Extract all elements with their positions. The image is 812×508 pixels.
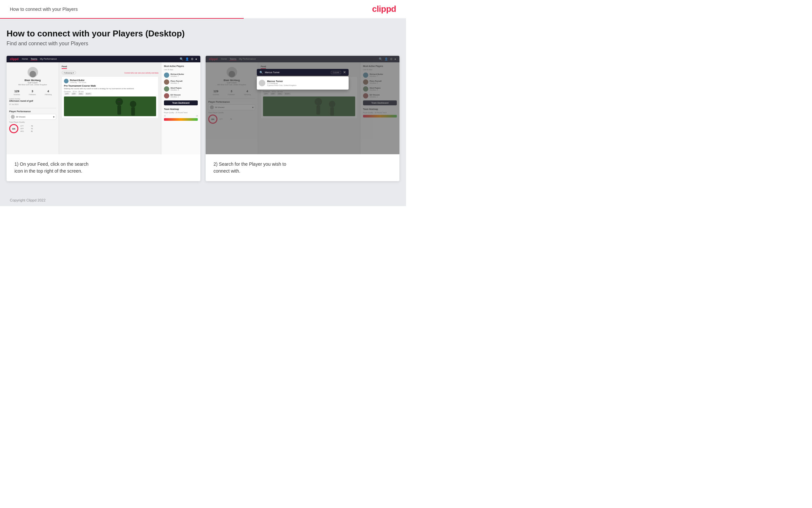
player-avatar-4 <box>164 93 169 98</box>
player-item-4: Eli Vincent Activities: 1 <box>164 93 198 98</box>
tag-arg: ARG <box>78 92 84 95</box>
app-body-1: Blair McHarg Golf Coach Mill Ride Golf C… <box>7 62 200 154</box>
player-select-chevron: ▾ <box>53 116 54 119</box>
player-acts-1: Activities: 7 <box>171 75 184 77</box>
nav-item-home[interactable]: Home <box>22 58 28 60</box>
settings-nav-icon[interactable]: ⚙ <box>191 57 193 61</box>
app-nav-icons: 🔍 👤 ⚙ ● <box>180 57 197 61</box>
stat-activities: 129 Activities <box>13 90 20 96</box>
player-avatar-2 <box>164 79 169 85</box>
search-close-btn[interactable]: ✕ <box>343 70 346 75</box>
team-dashboard-btn[interactable]: Team Dashboard <box>164 100 198 105</box>
top-bar: How to connect with your Players clippd <box>0 0 406 18</box>
tpq-label: Total Player Quality <box>9 121 56 123</box>
panel-1-caption-text: 1) On your Feed, click on the searchicon… <box>14 162 89 174</box>
app-ui-1: clippd Home Teams My Performance 🔍 👤 ⚙ ● <box>7 56 200 154</box>
team-heatmap-title: Team Heatmap <box>164 108 198 110</box>
svg-rect-4 <box>131 107 135 116</box>
app-nav-1: clippd Home Teams My Performance 🔍 👤 ⚙ ● <box>7 56 200 62</box>
activity-tags: OTT APP ARG PUTT <box>64 92 156 95</box>
activity-user-name: Richard Butler <box>70 79 86 81</box>
search-icon: 🔍 <box>259 71 263 74</box>
search-result-avatar <box>259 80 265 86</box>
control-link[interactable]: Control who can see your activity and da… <box>124 72 158 74</box>
app-left-1: Blair McHarg Golf Coach Mill Ride Golf C… <box>7 62 59 154</box>
activity-source: Yesterday · The Grove <box>70 81 86 83</box>
player-select[interactable]: Eli Vincent ▾ <box>9 114 56 120</box>
profile-club: Mill Ride Golf Club, United Kingdom <box>9 84 56 86</box>
svg-rect-2 <box>117 105 121 115</box>
latest-activity-title: Afternoon round of golf <box>9 100 56 102</box>
panel-1: clippd Home Teams My Performance 🔍 👤 ⚙ ● <box>7 56 200 181</box>
nav-item-teams[interactable]: Teams <box>31 58 37 60</box>
user-nav-icon[interactable]: 👤 <box>185 57 189 61</box>
hero-subtitle: Find and connect with your Players <box>7 41 399 47</box>
heatmap-sub: Player Quality - 20 Round Trend <box>164 112 198 114</box>
search-result-club: Cypress Point Club, United Kingdom <box>267 84 296 86</box>
tpq-bars: OTT 79 APP <box>20 125 33 132</box>
search-clear-btn[interactable]: CLEAR <box>331 71 341 74</box>
tpq-bar-app: APP 70 <box>20 128 33 130</box>
player-acts-2: Activities: 4 <box>171 82 182 84</box>
stat-followers: 3 Followers <box>29 90 36 96</box>
screenshot-1: clippd Home Teams My Performance 🔍 👤 ⚙ ● <box>7 56 200 154</box>
search-bar-container: 🔍 Marcus Turner CLEAR ✕ Marcus Turner 1.… <box>257 69 349 90</box>
search-bar[interactable]: 🔍 Marcus Turner CLEAR ✕ <box>257 69 349 76</box>
tag-putt: PUTT <box>85 92 92 95</box>
app-right-1: Most Active Players Last 30 days Richard… <box>161 62 200 154</box>
search-result-name: Marcus Turner <box>267 80 296 82</box>
activity-image <box>64 96 156 116</box>
tpq-bar-ott: OTT 79 <box>20 125 33 127</box>
latest-activity-date: 27 Jul 2022 <box>9 103 56 105</box>
tpq-row: 84 OTT 79 <box>9 124 56 133</box>
activity-title: Pre Tournament Course Walk <box>64 85 156 87</box>
player-avatar-1 <box>164 73 169 78</box>
active-players-sub: Last 30 days <box>164 69 198 71</box>
player-select-avatar <box>11 115 15 119</box>
player-item-3: Hiral Pujara Activities: 3 <box>164 86 198 92</box>
logo: clippd <box>372 4 396 14</box>
tpq-circle: 84 <box>9 124 18 133</box>
tag-ott: OTT <box>64 92 70 95</box>
main-content: How to connect with your Players (Deskto… <box>0 19 406 194</box>
feed-label: Feed <box>62 65 67 69</box>
player-acts-4: Activities: 1 <box>171 96 181 98</box>
heatmap-scale: -5+5 <box>164 115 198 117</box>
player-select-name: Eli Vincent <box>16 116 52 118</box>
activity-desc: Walking the course with my coach to buil… <box>64 88 156 90</box>
search-nav-icon[interactable]: 🔍 <box>180 57 183 61</box>
profile-section: Blair McHarg Golf Coach Mill Ride Golf C… <box>9 65 56 88</box>
heatmap-bar <box>164 118 198 121</box>
player-item-2: Piers Parnell Activities: 4 <box>164 79 198 85</box>
search-result-item[interactable]: Marcus Turner 1.5 Handicap Cypress Point… <box>259 78 347 88</box>
svg-rect-0 <box>64 96 156 116</box>
copyright-text: Copyright Clippd 2022 <box>10 198 46 202</box>
panel-2-caption-text: 2) Search for the Player you wish toconn… <box>213 162 286 174</box>
player-perf-title: Player Performance <box>9 110 56 113</box>
app-center-1: Feed Following ▾ Control who can see you… <box>59 62 161 154</box>
panel-2: clippd Home Teams My Performance 🔍 👤 ⚙ ● <box>206 56 399 181</box>
tpq-bar-arg: ARG 61 <box>20 130 33 132</box>
tag-app: APP <box>71 92 77 95</box>
screenshot-2: clippd Home Teams My Performance 🔍 👤 ⚙ ● <box>206 56 399 154</box>
following-btn[interactable]: Following ▾ <box>62 71 76 75</box>
search-result-info: Marcus Turner 1.5 Handicap Cypress Point… <box>267 80 296 86</box>
panels-container: clippd Home Teams My Performance 🔍 👤 ⚙ ● <box>7 56 399 181</box>
app-nav-items: Home Teams My Performance <box>22 58 57 60</box>
activity-avatar <box>64 79 68 83</box>
hero-heading: How to connect with your Players (Deskto… <box>7 29 399 39</box>
nav-item-performance[interactable]: My Performance <box>40 58 57 60</box>
activity-user: Richard Butler Yesterday · The Grove <box>64 79 156 83</box>
footer: Copyright Clippd 2022 <box>0 194 406 206</box>
player-acts-3: Activities: 3 <box>171 89 181 91</box>
search-results: Marcus Turner 1.5 Handicap Cypress Point… <box>257 77 349 90</box>
player-avatar-3 <box>164 86 169 92</box>
app-nav-logo: clippd <box>10 57 19 61</box>
search-input-value[interactable]: Marcus Turner <box>265 71 329 74</box>
svg-point-3 <box>130 101 136 107</box>
page-title: How to connect with your Players <box>10 7 78 12</box>
avatar-nav-icon[interactable]: ● <box>195 57 197 61</box>
panel-1-caption: 1) On your Feed, click on the searchicon… <box>7 154 200 181</box>
player-item-1: Richard Butler Activities: 7 <box>164 73 198 78</box>
profile-name: Blair McHarg <box>9 79 56 82</box>
